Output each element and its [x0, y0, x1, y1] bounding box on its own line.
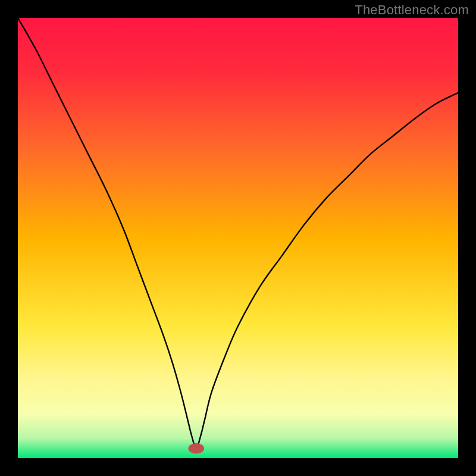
watermark-text: TheBottleneck.com — [355, 2, 469, 18]
optimal-point-marker — [188, 443, 204, 454]
chart-frame: TheBottleneck.com — [0, 0, 476, 476]
chart-background — [18, 18, 458, 458]
chart-svg — [18, 18, 458, 458]
chart-plot-area — [18, 18, 458, 458]
